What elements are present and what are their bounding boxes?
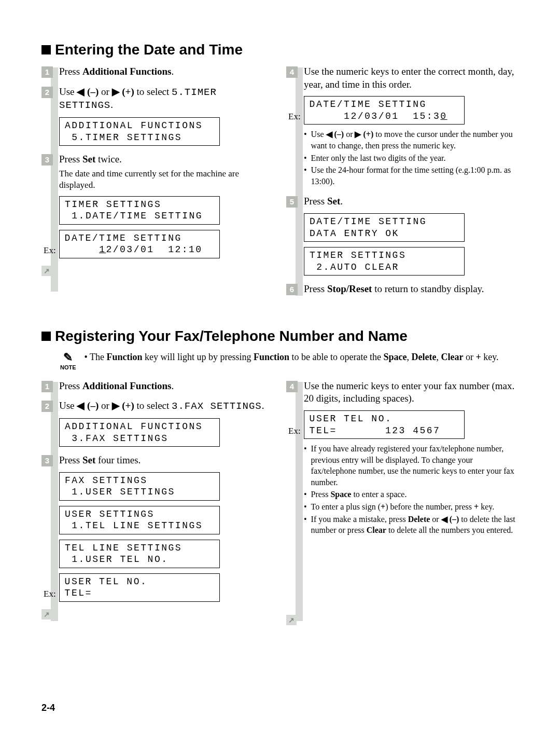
note-item: If you have already registered your fax/… (304, 443, 519, 488)
step-1: 1 Press Additional Functions. (41, 65, 274, 78)
step-body: Use ◀ (–) or ▶ (+) to select 5.TIMER SET… (59, 86, 274, 146)
note-item: To enter a plus sign (+) before the numb… (304, 501, 519, 513)
right-arrow-icon: ▶ (112, 400, 120, 411)
step-2: 2 Use ◀ (–) or ▶ (+) to select 5.TIMER S… (41, 86, 274, 146)
step-body: Use the numeric keys to enter your fax n… (304, 380, 519, 537)
additional-functions-key: Additional Functions (82, 66, 172, 77)
note-item: Press Space to enter a space. (304, 489, 519, 500)
lcd-display: USER TEL NO. TEL= 123 4567 (304, 410, 465, 439)
lcd-display: ADDITIONAL FUNCTIONS 3.FAX SETTINGS (59, 418, 220, 447)
continue-arrow-icon: ↗ (41, 609, 52, 620)
left-column: 1 Press Additional Functions. 2 Use ◀ (–… (41, 380, 274, 625)
lcd-display: TIMER SETTINGS 1.DATE/TIME SETTING (59, 196, 220, 225)
square-bullet-icon (41, 45, 51, 54)
note-text: • The Function key will light up by pres… (85, 352, 499, 363)
step-body: Press Set four times. FAX SETTINGS 1.USE… (59, 454, 274, 602)
example-label: Ex: (44, 588, 56, 602)
page-number: 2-4 (41, 703, 55, 713)
lcd-display: DATE/TIME SETTING 12/03/01 12:10 (59, 230, 220, 258)
step-4: 4 Use the numeric keys to enter your fax… (286, 380, 519, 537)
note-item: Enter only the last two digits of the ye… (304, 153, 519, 164)
lcd-display: USER SETTINGS 1.TEL LINE SETTINGS (59, 506, 220, 534)
lcd-display: ADDITIONAL FUNCTIONS 5.TIMER SETTINGS (59, 117, 220, 146)
lcd-display: FAX SETTINGS 1.USER SETTINGS (59, 472, 220, 501)
set-key: Set (82, 455, 95, 465)
pencil-icon: ✎ (63, 352, 73, 363)
right-arrow-icon: ▶ (112, 86, 120, 97)
step-4: 4 Use the numeric keys to enter the corr… (286, 65, 519, 188)
step-body: Press Set twice. The date and time curre… (59, 153, 274, 258)
lcd-display: TEL LINE SETTINGS 1.USER TEL NO. (59, 540, 220, 568)
left-arrow-icon: ◀ (77, 400, 85, 411)
step-2: 2 Use ◀ (–) or ▶ (+) to select 3.FAX SET… (41, 400, 274, 447)
continue-arrow-icon: ↗ (41, 266, 52, 276)
lcd-display: TIMER SETTINGS 2.AUTO CLEAR (304, 247, 465, 276)
section-date-time: Entering the Date and Time 1 Press Addit… (41, 42, 519, 296)
left-arrow-icon: ◀ (77, 86, 85, 97)
step-3: 3 Press Set four times. FAX SETTINGS 1.U… (41, 454, 274, 602)
step-subtext: The date and time currently set for the … (59, 168, 274, 191)
notes-list: Use ◀ (–) or ▶ (+) to move the cursor un… (304, 129, 519, 187)
step-number-badge: 3 (41, 154, 53, 166)
additional-functions-key: Additional Functions (82, 380, 172, 391)
heading-text: Entering the Date and Time (55, 42, 243, 58)
menu-option: 3.FAX SETTINGS (172, 401, 262, 412)
example-label: Ex: (44, 245, 56, 258)
note-item: Use the 24-hour format for the time sett… (304, 164, 519, 187)
step-number-badge: 5 (286, 196, 298, 208)
left-column: 1 Press Additional Functions. 2 Use ◀ (–… (41, 65, 274, 296)
heading-text: Registering Your Fax/Telephone Number an… (55, 328, 408, 345)
continue-arrow-icon: ↗ (286, 615, 297, 625)
example-label: Ex: (288, 425, 301, 439)
notes-list: If you have already registered your fax/… (304, 443, 519, 536)
step-body: Press Set. DATE/TIME SETTING DATA ENTRY … (304, 195, 519, 276)
note-icon: ✎ NOTE (60, 352, 76, 370)
right-column: 4 Use the numeric keys to enter the corr… (286, 65, 519, 296)
cursor-digit: 0 (440, 111, 447, 121)
step-5: 5 Press Set. DATE/TIME SETTING DATA ENTR… (286, 195, 519, 276)
two-column-layout: 1 Press Additional Functions. 2 Use ◀ (–… (41, 65, 519, 296)
lcd-display: DATE/TIME SETTING DATA ENTRY OK (304, 213, 465, 242)
step-number-badge: 2 (41, 87, 53, 98)
example-label: Ex: (288, 111, 301, 125)
note-item: Use ◀ (–) or ▶ (+) to move the cursor un… (304, 129, 519, 151)
note-item: If you make a mistake, press Delete or ◀… (304, 514, 519, 536)
step-1: 1 Press Additional Functions. (41, 380, 274, 393)
step-number-badge: 1 (41, 66, 53, 78)
step-number-badge: 1 (41, 381, 53, 392)
step-body: Press Additional Functions. (59, 65, 274, 78)
left-arrow-icon: ◀ (441, 515, 447, 524)
section-heading: Entering the Date and Time (41, 42, 519, 58)
step-6: 6 Press Stop/Reset to return to standby … (286, 283, 519, 296)
set-key: Set (327, 196, 340, 207)
right-arrow-icon: ▶ (355, 130, 361, 139)
left-arrow-icon: ◀ (326, 130, 332, 139)
step-body: Use ◀ (–) or ▶ (+) to select 3.FAX SETTI… (59, 400, 274, 447)
step-number-badge: 4 (286, 381, 298, 392)
note-label: NOTE (60, 364, 76, 370)
note-block: ✎ NOTE • The Function key will light up … (60, 352, 519, 370)
step-body: Press Stop/Reset to return to standby di… (304, 283, 519, 296)
right-column: 4 Use the numeric keys to enter your fax… (286, 380, 519, 625)
step-number-badge: 6 (286, 284, 298, 295)
square-bullet-icon (41, 332, 51, 341)
section-register-fax: Registering Your Fax/Telephone Number an… (41, 328, 519, 625)
step-number-badge: 3 (41, 455, 53, 466)
cursor-digit: 1 (99, 244, 106, 255)
step-body: Use the numeric keys to enter the correc… (304, 65, 519, 188)
lcd-display: USER TEL NO. TEL= (59, 573, 220, 602)
step-number-badge: 4 (286, 66, 298, 78)
set-key: Set (82, 154, 95, 164)
step-body: Press Additional Functions. (59, 380, 274, 393)
section-heading: Registering Your Fax/Telephone Number an… (41, 328, 519, 345)
step-3: 3 Press Set twice. The date and time cur… (41, 153, 274, 258)
step-number-badge: 2 (41, 401, 53, 412)
stop-reset-key: Stop/Reset (327, 283, 372, 294)
lcd-display: DATE/TIME SETTING 12/03/01 15:30 (304, 96, 465, 125)
two-column-layout: 1 Press Additional Functions. 2 Use ◀ (–… (41, 380, 519, 625)
